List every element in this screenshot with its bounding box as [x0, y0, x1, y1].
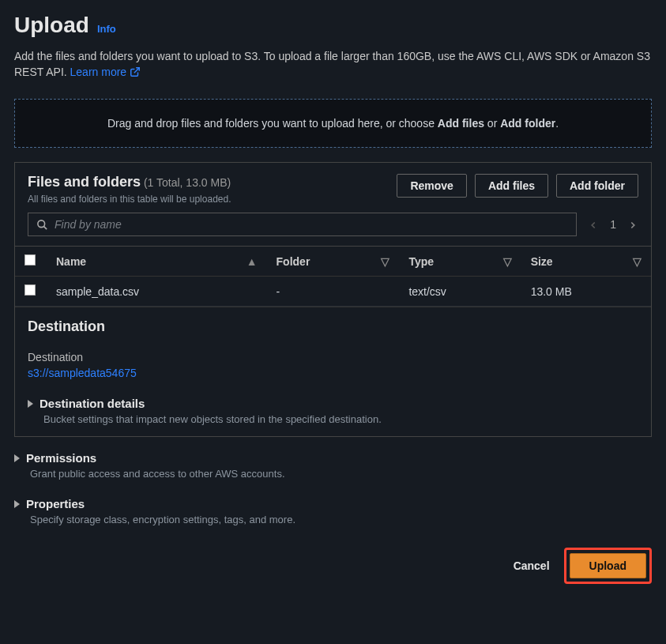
chevron-right-icon: [627, 220, 638, 231]
search-input[interactable]: [55, 218, 568, 231]
permissions-expander[interactable]: Permissions: [14, 451, 652, 465]
pager-prev[interactable]: [588, 218, 599, 231]
caret-right-icon: [28, 400, 33, 408]
add-files-button[interactable]: Add files: [475, 174, 548, 198]
dropzone-add-files: Add files: [438, 117, 484, 130]
files-panel-note: All files and folders in this table will…: [28, 194, 231, 205]
sort-asc-icon: ▲: [246, 255, 258, 268]
files-panel-title: Files and folders: [28, 174, 141, 190]
upload-button-highlight: Upload: [564, 548, 652, 584]
destination-details-expander[interactable]: Destination details: [28, 397, 638, 410]
properties-desc: Specify storage class, encryption settin…: [30, 514, 652, 525]
sort-icon: ▽: [381, 255, 389, 268]
page-title: Upload: [14, 13, 89, 38]
destination-label: Destination: [28, 351, 638, 363]
destination-link[interactable]: s3://sampledata54675: [28, 367, 638, 379]
pager-next[interactable]: [627, 218, 638, 231]
cell-size: 13.0 MB: [521, 277, 651, 307]
properties-expander[interactable]: Properties: [14, 497, 652, 510]
destination-title: Destination: [28, 318, 638, 335]
search-icon: [36, 219, 48, 231]
destination-details-title: Destination details: [40, 397, 145, 410]
col-name[interactable]: Name▲: [47, 247, 267, 277]
properties-title: Properties: [26, 497, 85, 510]
row-checkbox[interactable]: [24, 284, 36, 296]
destination-details-desc: Bucket settings that impact new objects …: [43, 413, 638, 425]
page-description: Add the files and folders you want to up…: [14, 49, 652, 80]
files-panel-summary: (1 Total, 13.0 MB): [144, 176, 231, 189]
col-folder[interactable]: Folder▽: [267, 247, 400, 277]
svg-point-0: [38, 220, 45, 228]
table-row: sample_data.csv - text/csv 13.0 MB: [15, 277, 651, 307]
sort-icon: ▽: [633, 255, 642, 268]
info-link[interactable]: Info: [97, 23, 116, 35]
learn-more-link[interactable]: Learn more: [70, 65, 141, 81]
col-size[interactable]: Size▽: [521, 247, 651, 277]
cell-type: text/csv: [399, 277, 521, 307]
search-input-wrap[interactable]: [28, 213, 577, 236]
external-link-icon: [130, 66, 141, 77]
files-table: Name▲ Folder▽ Type▽ Size▽ sample_data.cs…: [15, 246, 651, 307]
caret-right-icon: [14, 454, 20, 462]
cell-name: sample_data.csv: [47, 277, 267, 307]
permissions-desc: Grant public access and access to other …: [30, 468, 652, 480]
dropzone[interactable]: Drag and drop files and folders you want…: [14, 99, 652, 148]
col-type[interactable]: Type▽: [399, 247, 521, 277]
upload-button[interactable]: Upload: [570, 553, 646, 578]
caret-right-icon: [14, 500, 20, 508]
svg-line-1: [43, 226, 47, 229]
dropzone-text-prefix: Drag and drop files and folders you want…: [107, 117, 438, 130]
dropzone-or: or: [484, 117, 500, 130]
cell-folder: -: [267, 277, 400, 307]
permissions-title: Permissions: [26, 451, 96, 465]
add-folder-button[interactable]: Add folder: [556, 174, 638, 198]
files-panel: Files and folders (1 Total, 13.0 MB) All…: [14, 162, 652, 437]
pager-page: 1: [610, 218, 616, 231]
sort-icon: ▽: [503, 255, 512, 268]
dropzone-add-folder: Add folder: [500, 117, 555, 130]
remove-button[interactable]: Remove: [397, 174, 466, 198]
select-all-checkbox[interactable]: [24, 254, 36, 266]
chevron-left-icon: [588, 220, 599, 231]
dropzone-suffix: .: [555, 117, 559, 130]
cancel-button[interactable]: Cancel: [514, 559, 550, 572]
